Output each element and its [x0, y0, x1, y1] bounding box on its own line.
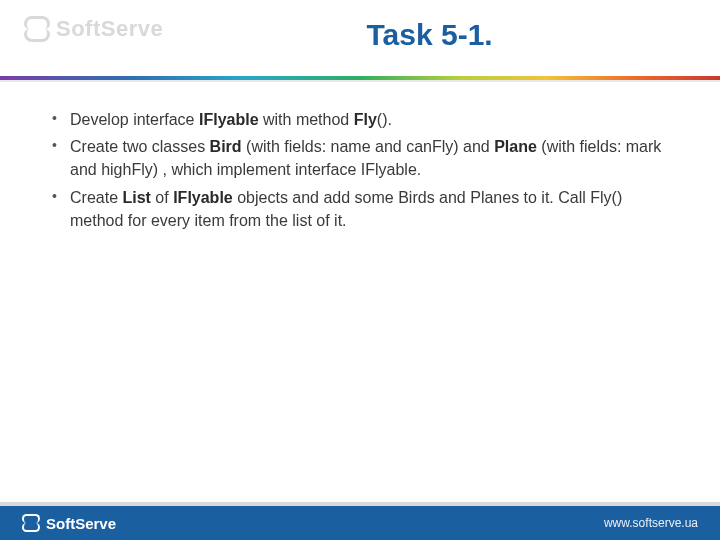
brand-mark-icon — [24, 16, 50, 42]
slide-title: Task 5-1. — [163, 18, 696, 52]
list-item: Create List of IFlyable objects and add … — [48, 186, 672, 232]
header: SoftServe Task 5-1. — [0, 0, 720, 76]
content-area: Develop interface IFlyable with method F… — [0, 76, 720, 232]
divider-rainbow — [0, 76, 720, 80]
footer-logo-text: SoftServe — [46, 515, 116, 532]
logo-top: SoftServe — [24, 16, 163, 42]
list-item: Create two classes Bird (with fields: na… — [48, 135, 672, 181]
logo-footer: SoftServe — [22, 514, 116, 532]
footer-url: www.softserve.ua — [604, 516, 698, 530]
bullet-list: Develop interface IFlyable with method F… — [48, 108, 672, 232]
brand-mark-icon — [22, 514, 40, 532]
list-item: Develop interface IFlyable with method F… — [48, 108, 672, 131]
footer: SoftServe www.softserve.ua — [0, 506, 720, 540]
logo-text: SoftServe — [56, 16, 163, 42]
